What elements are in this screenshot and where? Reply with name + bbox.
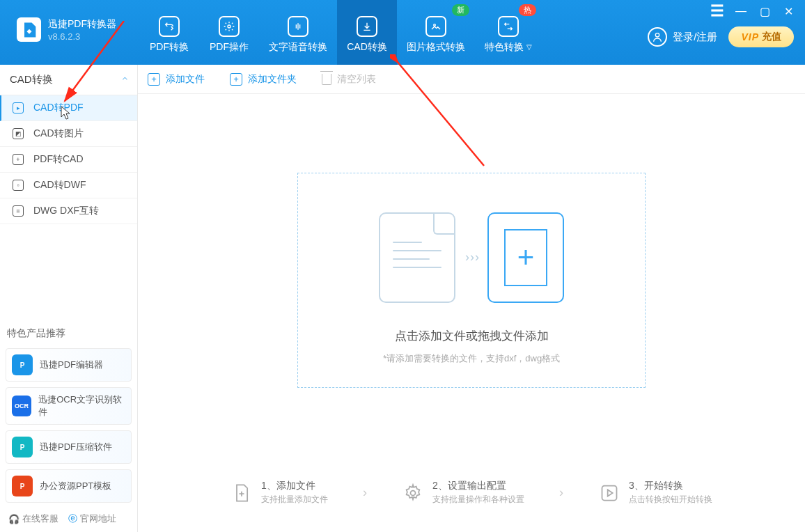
button-label: 清空列表 (337, 73, 376, 86)
app-logo-icon (17, 17, 41, 42)
tab-special-convert[interactable]: 热 特色转换 ▽ (475, 0, 542, 65)
button-label: 添加文件 (166, 73, 205, 86)
link-label: 在线客服 (22, 513, 58, 525)
tab-cad-convert[interactable]: CAD转换 (337, 0, 397, 65)
headset-icon: 🎧 (8, 514, 19, 524)
file-icon: ▫ (13, 180, 24, 191)
sidebar-item-cad-dwf[interactable]: ▫ CAD转DWF (0, 173, 137, 198)
promo-ppt[interactable]: P 办公资源PPT模板 (6, 469, 132, 503)
promo-label: 迅捷OCR文字识别软件 (38, 393, 125, 418)
tab-label: CAD转换 (347, 41, 387, 54)
dropzone-container: › › › + 点击添加文件或拖拽文件添加 *请添加需要转换的文件，支持dxf，… (138, 94, 805, 466)
arrow-right-icon: › › › (465, 250, 478, 265)
svg-point-1 (434, 24, 436, 26)
clear-list-button[interactable]: 清空列表 (322, 73, 376, 86)
promo-label: 迅捷PDF压缩软件 (40, 441, 112, 453)
app-body: CAD转换 ⌵ ▸ CAD转PDF ◩ CAD转图片 + PDF转CAD ▫ C… (0, 65, 805, 532)
tab-label: 图片格式转换 (407, 41, 465, 54)
sidebar-item-cad-pdf[interactable]: ▸ CAD转PDF (0, 95, 137, 121)
menu-button[interactable]: ☰ (710, 4, 724, 18)
chevron-up-icon: ⌵ (123, 75, 127, 85)
promo-label: 迅捷PDF编辑器 (40, 359, 103, 371)
step-title: 2、设置输出配置 (432, 480, 524, 492)
vip-text: VIP (741, 31, 759, 42)
dropzone[interactable]: › › › + 点击添加文件或拖拽文件添加 *请添加需要转换的文件，支持dxf，… (297, 173, 646, 388)
plus-icon: + (148, 73, 160, 86)
toolbar: + 添加文件 + 添加文件夹 清空列表 (138, 65, 805, 94)
chevron-right-icon: › (559, 485, 563, 500)
wave-icon (288, 16, 308, 37)
dropzone-illustration: › › › + (319, 212, 624, 303)
folder-plus-icon: + (230, 73, 242, 86)
promo-icon: P (12, 437, 33, 457)
gear-icon (402, 482, 424, 504)
sidebar-item-cad-image[interactable]: ◩ CAD转图片 (0, 121, 137, 147)
main-tabs: PDF转换 PDF操作 文字语音转换 CAD转换 新 图片格式转换 热 特色转换… (139, 0, 542, 65)
chevron-right-icon: › (363, 485, 367, 500)
star-play-icon (598, 482, 620, 504)
tab-pdf-ops[interactable]: PDF操作 (199, 0, 259, 65)
step-sub: 点击转换按钮开始转换 (629, 494, 712, 506)
close-button[interactable]: ✕ (781, 4, 795, 18)
app-header: 迅捷PDF转换器 v8.6.2.3 PDF转换 PDF操作 文字语音转换 CAD… (0, 0, 805, 65)
sidebar-item-dwg-dxf[interactable]: ≡ DWG DXF互转 (0, 198, 137, 224)
sidebar-item-label: PDF转CAD (33, 153, 84, 166)
sidebar-item-label: CAD转图片 (33, 127, 84, 140)
file-icon: ≡ (13, 205, 24, 217)
minimize-button[interactable]: — (734, 4, 748, 18)
promo-compress[interactable]: P 迅捷PDF压缩软件 (6, 430, 132, 464)
promo-ocr[interactable]: OCR 迅捷OCR文字识别软件 (6, 387, 132, 425)
add-file-button[interactable]: + 添加文件 (148, 73, 205, 86)
step-sub: 支持批量添加文件 (261, 494, 328, 506)
promo-pdf-editor[interactable]: P 迅捷PDF编辑器 (6, 348, 132, 382)
login-label: 登录/注册 (673, 31, 717, 44)
add-folder-button[interactable]: + 添加文件夹 (230, 73, 297, 86)
tab-label: 特色转换 (485, 41, 524, 54)
avatar-icon (648, 27, 667, 47)
svg-point-0 (228, 25, 230, 28)
dropzone-hint: *请添加需要转换的文件，支持dxf，dwg格式 (319, 352, 624, 365)
app-name: 迅捷PDF转换器 (48, 17, 116, 31)
tab-text-voice[interactable]: 文字语音转换 (259, 0, 337, 65)
sidebar-header[interactable]: CAD转换 ⌵ (0, 65, 137, 95)
promo-icon: P (12, 476, 33, 496)
sidebar-title: CAD转换 (10, 73, 53, 86)
link-label: 官网地址 (80, 513, 116, 525)
step-title: 1、添加文件 (261, 480, 328, 492)
tab-label: PDF转换 (150, 41, 189, 54)
new-badge: 新 (452, 4, 469, 16)
file-icon: ▸ (13, 102, 24, 114)
promo-icon: OCR (12, 396, 31, 416)
tab-image-convert[interactable]: 新 图片格式转换 (397, 0, 475, 65)
sidebar-item-label: DWG DXF互转 (33, 205, 99, 217)
footer-links: 🎧 在线客服 ⓔ 官网地址 (0, 506, 137, 532)
online-support-link[interactable]: 🎧 在线客服 (8, 513, 58, 525)
image-icon: ◩ (13, 128, 24, 139)
svg-rect-4 (602, 485, 617, 500)
step-sub: 支持批量操作和各种设置 (432, 494, 524, 506)
logo-area: 迅捷PDF转换器 v8.6.2.3 (0, 0, 139, 42)
maximize-button[interactable]: ▢ (758, 4, 772, 18)
promo-label: 办公资源PPT模板 (40, 480, 111, 492)
sidebar-item-pdf-cad[interactable]: + PDF转CAD (0, 147, 137, 173)
window-controls: ☰ — ▢ ✕ (710, 0, 801, 18)
sidebar-item-label: CAD转PDF (33, 102, 84, 114)
official-site-link[interactable]: ⓔ 官网地址 (68, 513, 116, 525)
download-icon (357, 16, 377, 37)
globe-icon: ⓔ (68, 513, 77, 525)
sidebar: CAD转换 ⌵ ▸ CAD转PDF ◩ CAD转图片 + PDF转CAD ▫ C… (0, 65, 138, 532)
vip-recharge-button[interactable]: VIP 充值 (728, 26, 794, 47)
file-icon: + (13, 154, 24, 165)
svg-point-3 (411, 490, 416, 495)
dropzone-title: 点击添加文件或拖拽文件添加 (319, 328, 624, 344)
trash-icon (322, 74, 331, 85)
login-button[interactable]: 登录/注册 (648, 27, 717, 47)
step-2: 2、设置输出配置 支持批量操作和各种设置 (402, 480, 524, 506)
vip-action: 充值 (762, 31, 781, 43)
promo-icon: P (12, 354, 33, 375)
step-1: 1、添加文件 支持批量添加文件 (230, 480, 328, 506)
tab-pdf-convert[interactable]: PDF转换 (139, 0, 199, 65)
button-label: 添加文件夹 (248, 73, 297, 86)
tab-label: 文字语音转换 (269, 41, 327, 54)
hot-badge: 热 (519, 4, 536, 16)
